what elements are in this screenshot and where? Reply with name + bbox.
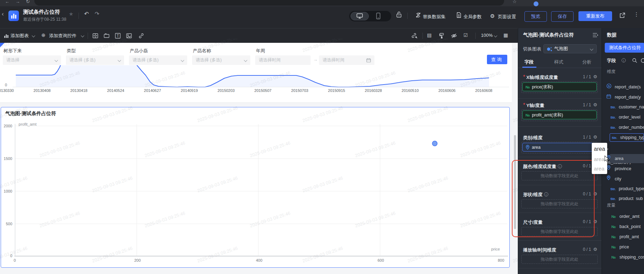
mobile-mode-button[interactable] bbox=[374, 13, 382, 20]
gear-icon[interactable]: ⚙ bbox=[593, 191, 597, 196]
divider bbox=[88, 33, 88, 39]
link-widget-icon[interactable] bbox=[138, 33, 144, 39]
image-widget-icon[interactable] bbox=[126, 33, 132, 39]
filter-select-tree[interactable]: 请选择 bbox=[3, 55, 61, 65]
add-query-control-button[interactable]: 添加查询控件 bbox=[49, 33, 76, 39]
tab-analysis[interactable]: 分析 bbox=[582, 59, 591, 65]
page-settings-button[interactable]: 页面设置 bbox=[498, 14, 516, 20]
jump-link-icon[interactable] bbox=[411, 33, 418, 39]
filter-label: 产品小磊 bbox=[130, 48, 148, 54]
field-row-dimension[interactable]: Str.order_level bbox=[602, 113, 644, 122]
notes-icon[interactable]: ▤ bbox=[427, 32, 432, 38]
play-axis-drop-zone[interactable]: 拖动数据字段至此处 bbox=[521, 255, 598, 264]
divider bbox=[518, 157, 602, 157]
line-chart[interactable] bbox=[0, 65, 512, 87]
field-row-measure[interactable]: №order_amt bbox=[602, 212, 644, 221]
hide-eye-icon[interactable] bbox=[451, 33, 457, 39]
shape-drop-zone[interactable]: 拖动数据字段至此处 bbox=[521, 199, 598, 208]
favorite-star-icon[interactable]: ★ bbox=[69, 11, 73, 17]
page-settings-gear-icon[interactable]: ⚙ bbox=[490, 13, 495, 19]
republish-button[interactable]: 重新发布 bbox=[578, 11, 612, 21]
replace-dataset-button[interactable]: 替换数据集 bbox=[423, 14, 446, 20]
format-brush-icon[interactable] bbox=[439, 33, 445, 39]
required-asterisk: * bbox=[523, 102, 525, 108]
search-icon[interactable] bbox=[632, 58, 637, 63]
browser-forward-icon[interactable]: → bbox=[15, 0, 20, 4]
undo-icon[interactable]: ↶ bbox=[84, 11, 89, 17]
collapse-panel-icon[interactable] bbox=[592, 32, 599, 38]
refresh-icon[interactable] bbox=[640, 58, 644, 63]
bookmark-star-icon[interactable]: ☆ bbox=[513, 0, 517, 4]
measure-number-icon: № bbox=[611, 212, 619, 221]
gear-icon[interactable]: ⚙ bbox=[593, 134, 597, 140]
field-pill-area[interactable]: area bbox=[522, 143, 597, 152]
filter-label: 类型 bbox=[67, 48, 76, 54]
filter-select-product-name[interactable]: 请选择 (多选) bbox=[192, 55, 250, 65]
batch-select-icon[interactable]: ☑ bbox=[463, 32, 468, 38]
text-widget-icon[interactable]: T bbox=[115, 33, 121, 39]
filter-select-subcategory[interactable]: 请选择 (多选) bbox=[129, 55, 187, 65]
field-row-measure[interactable]: №profit_amt bbox=[602, 232, 644, 241]
global-params-icon[interactable] bbox=[456, 12, 462, 18]
filter-select-type[interactable]: 请选择 (多选) bbox=[66, 55, 124, 65]
field-row-dimension[interactable]: city bbox=[602, 174, 644, 183]
y-tick: 1500 bbox=[1, 156, 12, 161]
field-row-measure[interactable]: №back_point bbox=[602, 222, 644, 231]
x-axis-drop-zone: №price(求和) bbox=[521, 81, 598, 93]
preview-button[interactable]: 预览 bbox=[524, 11, 547, 22]
settings-panel-title: 气泡图-测试条件占位符 bbox=[523, 32, 590, 38]
field-row-hierarchy[interactable]: ▾ area_层级结构 bbox=[602, 144, 644, 153]
external-link-icon[interactable] bbox=[619, 12, 625, 19]
field-row-dimension[interactable]: report_date(y bbox=[602, 93, 644, 102]
desktop-mode-button[interactable] bbox=[351, 12, 369, 20]
date-start-input[interactable]: 请选择时间 bbox=[255, 55, 311, 65]
tab-style[interactable]: 样式 bbox=[554, 59, 563, 65]
replace-dataset-icon[interactable] bbox=[415, 12, 421, 18]
gear-icon[interactable]: ⚙ bbox=[593, 219, 597, 224]
canvas-scrollbar[interactable] bbox=[514, 135, 516, 229]
field-row-dimension[interactable]: province bbox=[602, 164, 644, 173]
field-pill-profit-amt[interactable]: №profit_amt(求和) bbox=[522, 111, 597, 119]
field-row-dimension[interactable]: S report_date(s bbox=[602, 82, 644, 92]
gear-icon[interactable]: ⚙ bbox=[593, 74, 597, 79]
date-end-input[interactable]: 请选择时间 bbox=[319, 55, 374, 65]
size-drop-zone[interactable]: 拖动数据字段至此处 bbox=[521, 227, 598, 236]
grid-layout-icon[interactable]: ▦ bbox=[503, 32, 508, 38]
address-bar[interactable]: bi.aliyun.com/dashboard/pc.htm?workspace… bbox=[34, 0, 504, 6]
dataset-chip[interactable]: 测试条件占位符 bbox=[605, 43, 644, 53]
field-row-dimension[interactable]: Str.customer_nam bbox=[602, 102, 644, 112]
x-tick: 20140627 bbox=[144, 88, 161, 93]
browser-back-icon[interactable]: ← bbox=[5, 0, 9, 4]
save-button[interactable]: 保存 bbox=[551, 11, 574, 22]
redo-icon[interactable]: ↷ bbox=[95, 11, 99, 17]
field-row-measure[interactable]: №price bbox=[602, 242, 644, 252]
lock-icon[interactable] bbox=[395, 11, 402, 18]
caret-down-icon[interactable]: ▾ bbox=[607, 145, 610, 154]
global-params-button[interactable]: 全局参数 bbox=[463, 14, 482, 20]
query-button[interactable]: 查询 bbox=[487, 55, 507, 64]
chart-type-dropdown[interactable]: 气泡图 bbox=[543, 44, 597, 53]
tab-widget-icon[interactable] bbox=[93, 33, 99, 39]
kebab-menu-icon[interactable]: ⋮ bbox=[634, 11, 639, 18]
zoom-level[interactable]: 100% bbox=[481, 33, 493, 38]
field-row-dimension-selected[interactable]: Str.shipping_type bbox=[602, 133, 644, 142]
section-count: 0 / 1 bbox=[575, 163, 591, 168]
y-tick: 2000 bbox=[1, 124, 12, 128]
color-drop-zone[interactable]: 拖动数据字段至此处 bbox=[521, 171, 598, 180]
container-widget-icon[interactable] bbox=[104, 33, 110, 39]
popup-item[interactable]: area bbox=[592, 143, 607, 154]
device-toggle[interactable] bbox=[349, 11, 391, 21]
field-row-measure[interactable]: №shipping_cost bbox=[602, 253, 644, 262]
gear-icon[interactable]: ⚙ bbox=[593, 247, 597, 252]
gear-icon[interactable]: ⚙ bbox=[593, 102, 597, 107]
field-pill-price[interactable]: №price(求和) bbox=[522, 82, 597, 91]
add-chart-button[interactable]: 添加图表 bbox=[11, 33, 29, 39]
bubble-chart-card[interactable]: 气泡图-测试条件占位符 profit_amt price 2000 1500 1… bbox=[1, 107, 510, 268]
field-row-dimension[interactable]: Str.order_number bbox=[602, 123, 644, 132]
field-row-dimension[interactable]: Str.product_type bbox=[602, 184, 644, 193]
browser-reload-icon[interactable]: ↻ bbox=[26, 0, 30, 4]
popup-item[interactable]: area bbox=[592, 164, 607, 173]
back-chevron-icon[interactable]: ‹ bbox=[2, 11, 4, 18]
tab-fields[interactable]: 字段 bbox=[524, 59, 534, 65]
avatar[interactable] bbox=[534, 1, 538, 6]
